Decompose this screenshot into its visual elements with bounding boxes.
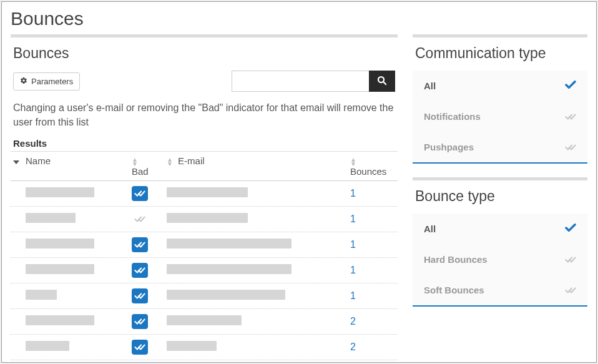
toolbar: Parameters [11,71,398,92]
col-header-email[interactable]: ▲▼ E-mail [167,155,350,166]
filter-item-label: Hard Bounces [424,254,488,265]
bad-indicator[interactable] [132,186,148,201]
col-header-email-label: E-mail [178,155,205,166]
bounce-type-title: Bounce type [413,188,587,205]
page-title: Bounces [2,2,596,34]
name-placeholder [26,239,94,248]
bounces-link[interactable]: 1 [350,188,356,199]
email-placeholder [167,213,248,223]
email-placeholder [167,239,292,248]
filter-item-label: All [424,81,436,91]
bounces-link[interactable]: 1 [350,239,356,250]
filter-item[interactable]: Pushpages [413,132,587,162]
panel-divider [413,34,587,37]
bounce-type-panel: Bounce type AllHard BouncesSoft Bounces [413,177,587,307]
search-button[interactable] [369,71,395,92]
col-header-name[interactable]: Name [26,155,132,166]
bounces-link[interactable]: 1 [350,214,356,224]
main-panel: Bounces Parameters Changi [11,34,398,360]
sort-icon: ▲▼ [132,157,138,166]
sort-icon: ▲▼ [167,157,173,166]
filter-item-label: Notifications [424,111,481,122]
communication-type-title: Communication type [413,45,587,62]
check-icon [565,143,576,152]
filter-item[interactable]: Soft Bounces [413,275,587,305]
communication-type-panel: Communication type AllNotificationsPushp… [413,34,587,164]
email-placeholder [167,290,285,300]
table-row: 1 [11,181,398,207]
check-icon [565,224,576,234]
name-placeholder [26,213,76,223]
bounces-link[interactable]: 2 [350,342,356,352]
col-header-bad-label: Bad [132,166,149,177]
email-placeholder [167,187,248,197]
filter-item-label: Soft Bounces [424,285,484,295]
bounces-link[interactable]: 1 [350,265,356,275]
table-row: 1 [11,258,398,283]
bounces-link[interactable]: 2 [350,316,356,327]
results-table: Name ▲▼ Bad ▲▼ E-mail ▲▼ Bounces 1111122 [11,151,398,360]
table-row: 1 [11,232,398,258]
caret-down-icon [13,160,19,164]
email-placeholder [167,264,292,274]
sort-icon: ▲▼ [350,157,356,166]
svg-point-0 [378,77,384,82]
parameters-button-label: Parameters [31,77,73,86]
name-placeholder [26,264,94,274]
panel-divider [413,177,587,180]
table-row: 2 [11,335,398,360]
bad-indicator[interactable] [132,340,148,355]
email-placeholder [167,341,217,351]
bad-indicator[interactable] [132,263,148,278]
col-header-bounces[interactable]: ▲▼ Bounces [350,155,395,177]
table-row: 2 [11,309,398,335]
email-placeholder [167,315,242,325]
results-label: Results [11,138,398,151]
bad-indicator[interactable] [132,212,148,227]
search-input[interactable] [232,71,369,92]
col-header-bounces-label: Bounces [350,166,386,177]
table-header: Name ▲▼ Bad ▲▼ E-mail ▲▼ Bounces [11,152,398,181]
check-icon [565,112,576,121]
check-icon [565,286,576,295]
name-placeholder [26,290,57,300]
side-panels: Communication type AllNotificationsPushp… [413,34,587,360]
filter-item[interactable]: All [413,214,587,244]
table-row: 1 [11,283,398,309]
bad-indicator[interactable] [132,237,148,252]
search-icon [376,75,388,88]
name-placeholder [26,341,69,351]
gear-icon [20,77,27,86]
bad-indicator[interactable] [132,314,148,329]
panel-divider [11,34,398,37]
bounces-link[interactable]: 1 [350,290,356,301]
filter-item[interactable]: All [413,71,587,101]
filter-item[interactable]: Notifications [413,101,587,132]
check-icon [565,81,576,91]
filter-item-label: Pushpages [424,142,474,152]
help-text: Changing a user's e-mail or removing the… [11,101,398,138]
filter-item[interactable]: Hard Bounces [413,244,587,275]
name-placeholder [26,187,94,197]
check-icon [565,255,576,264]
parameters-button[interactable]: Parameters [13,72,80,91]
name-placeholder [26,315,94,325]
col-header-bad[interactable]: ▲▼ Bad [132,155,167,177]
main-panel-title: Bounces [11,45,398,62]
filter-item-label: All [424,224,436,234]
bad-indicator[interactable] [132,288,148,303]
table-row: 1 [11,207,398,232]
svg-line-1 [383,82,386,85]
